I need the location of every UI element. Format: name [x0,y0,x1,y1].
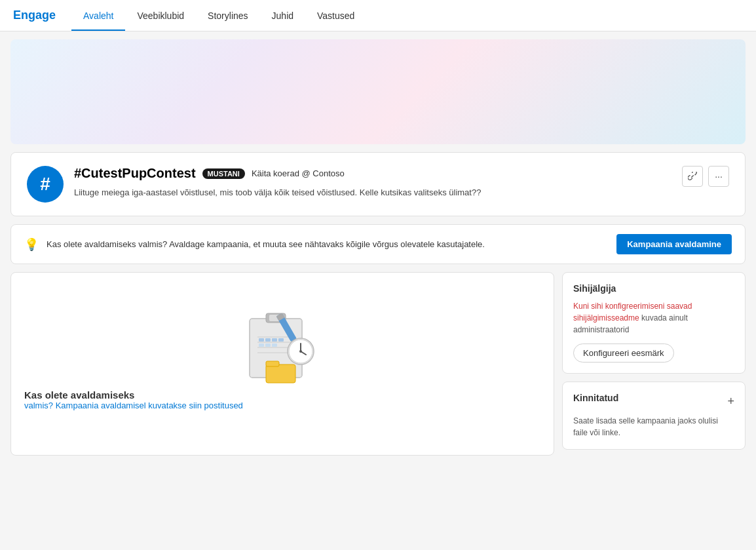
info-icon: 💡 [24,237,39,252]
svg-rect-14 [272,344,277,347]
campaign-card: # #CutestPupContest MUSTANI Käita koerad… [10,152,746,216]
svg-rect-10 [272,338,277,342]
nav-tab-avaleht[interactable]: Avaleht [71,0,125,31]
nav-tabs: Avaleht Veebiklubid Storylines Juhid Vas… [71,0,366,31]
top-navigation: Engage Avaleht Veebiklubid Storylines Ju… [0,0,756,31]
pinned-header: Kinnitatud + [573,393,734,410]
campaign-info: #CutestPupContest MUSTANI Käita koerad @… [74,166,671,199]
link-button[interactable] [682,166,703,187]
nav-tab-juhid[interactable]: Juhid [260,0,305,31]
pinned-card: Kinnitatud + Saate lisada selle kampaani… [562,382,746,450]
svg-rect-9 [265,338,271,342]
svg-rect-12 [259,344,264,347]
svg-rect-11 [278,338,284,342]
info-bar: 💡 Kas olete avaldamiseks valmis? Avaldag… [10,224,746,264]
info-bar-text: Kas olete avaldamiseks valmis? Avaldage … [47,239,609,249]
nav-tab-veebiklubid[interactable]: Veebiklubid [125,0,196,31]
campaign-avatar: # [27,166,64,203]
svg-rect-23 [266,364,295,383]
svg-rect-13 [265,344,271,347]
pinned-description: Saate lisada selle kampaania jaoks oluli… [573,415,734,439]
empty-illustration [24,286,540,384]
campaign-description: Liituge meiega iga-aastasel võistlusel, … [74,186,671,199]
illustration-svg [230,299,335,384]
nav-tab-storylines[interactable]: Storylines [196,0,259,31]
add-pinned-icon[interactable]: + [727,395,734,408]
campaign-title-row: #CutestPupContest MUSTANI Käita koerad @… [74,166,671,181]
tracker-title: Sihijälgija [573,283,734,294]
campaign-subtitle: Käita koerad @ Contoso [252,168,345,178]
campaign-badge: MUSTANI [202,168,245,179]
configure-button[interactable]: Konfigureeri eesmärk [573,344,674,363]
bottom-row: Kas olete avaldamiseks valmis? Kampaania… [10,272,746,456]
nav-tab-vastused[interactable]: Vastused [305,0,366,31]
main-panel: Kas olete avaldamiseks valmis? Kampaania… [10,272,554,456]
pinned-title: Kinnitatud [573,393,618,403]
campaign-actions: ··· [682,166,729,187]
svg-rect-24 [266,361,279,366]
empty-subtitle: valmis? Kampaania avaldamisel kuvatakse … [24,401,243,410]
svg-rect-8 [259,338,264,342]
tracker-card: Sihijälgija Kuni sihi konfigreerimiseni … [562,272,746,374]
brand-logo: Engage [13,9,56,22]
svg-point-22 [299,350,302,353]
publish-button[interactable]: Kampaania avaldamine [616,234,732,254]
tracker-body: Kuni sihi konfigreerimiseni saavad sihij… [573,300,734,336]
main-content: # #CutestPupContest MUSTANI Käita koerad… [0,31,756,463]
empty-title: Kas olete avaldamiseks [24,389,134,401]
side-panel: Sihijälgija Kuni sihi konfigreerimiseni … [562,272,746,450]
hero-banner [10,39,746,144]
campaign-title: #CutestPupContest [74,166,196,181]
more-button[interactable]: ··· [708,166,729,187]
